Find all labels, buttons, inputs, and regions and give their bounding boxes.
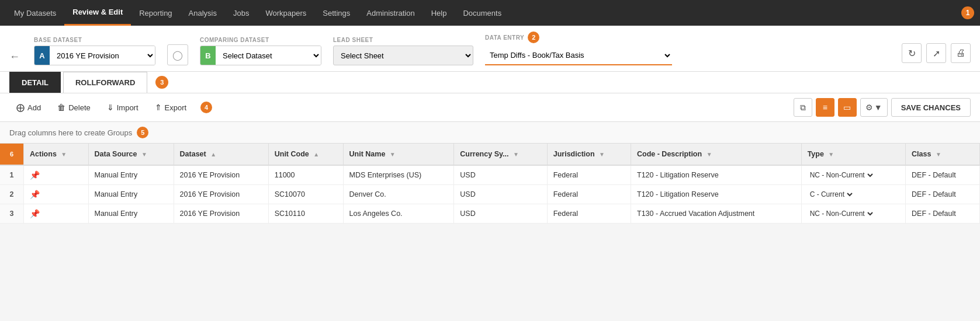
comparing-dataset-select[interactable]: Select Dataset bbox=[216, 46, 321, 65]
cell-class-2: DEF - Default bbox=[906, 185, 980, 204]
type-select-2[interactable]: C - Current bbox=[808, 190, 854, 199]
export-button[interactable]: ⇑ Export bbox=[148, 99, 194, 116]
toolbar-icons: ↻ ➚ 🖨 bbox=[902, 43, 971, 63]
row-number-1: 1 bbox=[0, 165, 24, 185]
data-source-col-arrow: ▼ bbox=[141, 151, 147, 158]
gear-icon: ⚙ bbox=[865, 103, 873, 112]
gear-dropdown-btn[interactable]: ⚙ ▼ bbox=[860, 98, 888, 117]
action-bar-right: ⧉ ≡ ▭ ⚙ ▼ SAVE CHANCES bbox=[794, 98, 971, 117]
refresh-icon-btn[interactable]: ↻ bbox=[902, 43, 922, 63]
clip-icon: 📌 bbox=[30, 190, 40, 199]
type-col-arrow: ▼ bbox=[828, 151, 834, 158]
data-entry-section: DATA ENTRY 2 Temp Diffs - Book/Tax Basis bbox=[485, 32, 672, 65]
action-bar-badge: 4 bbox=[200, 102, 212, 113]
col-header-actions[interactable]: Actions ▼ bbox=[24, 144, 89, 165]
col-header-unit-code[interactable]: Unit Code ▲ bbox=[268, 144, 343, 165]
nav-badge: 1 bbox=[961, 6, 974, 19]
clip-icon: 📌 bbox=[30, 170, 40, 180]
cell-clip-1[interactable]: 📌 bbox=[24, 165, 89, 185]
cell-class-3: DEF - Default bbox=[906, 204, 980, 224]
actions-col-arrow: ▼ bbox=[61, 151, 67, 158]
nav-documents[interactable]: Documents bbox=[455, 0, 510, 26]
cell-unit-name-3: Los Angeles Co. bbox=[343, 204, 454, 224]
col-header-dataset[interactable]: Dataset ▲ bbox=[174, 144, 268, 165]
delete-icon: 🗑 bbox=[57, 103, 65, 112]
cell-code-desc-3: T130 - Accrued Vacation Adjustment bbox=[631, 204, 802, 224]
cell-code-desc-2: T120 - Litigation Reserve bbox=[631, 185, 802, 204]
nav-help[interactable]: Help bbox=[423, 0, 455, 26]
col-header-unit-name[interactable]: Unit Name ▼ bbox=[343, 144, 454, 165]
nav-reporting[interactable]: Reporting bbox=[131, 0, 180, 26]
data-entry-label: DATA ENTRY bbox=[485, 34, 524, 41]
col-header-data-source[interactable]: Data Source ▼ bbox=[88, 144, 174, 165]
dataset-col-arrow: ▲ bbox=[210, 151, 216, 158]
table-row: 2 📌 Manual Entry 2016 YE Provision SC100… bbox=[0, 185, 980, 204]
back-button[interactable]: ← bbox=[9, 51, 20, 63]
print-icon-btn[interactable]: 🖨 bbox=[951, 43, 971, 63]
cell-jurisdiction-2: Federal bbox=[547, 185, 631, 204]
lead-sheet-label: LEAD SHEET bbox=[333, 37, 473, 43]
nav-settings[interactable]: Settings bbox=[314, 0, 358, 26]
data-entry-select[interactable]: Temp Diffs - Book/Tax Basis bbox=[485, 46, 672, 65]
expand-icon-btn[interactable]: ⧉ bbox=[794, 98, 812, 117]
lead-sheet-select[interactable]: Select Sheet bbox=[333, 46, 473, 65]
code-desc-col-arrow: ▼ bbox=[707, 151, 712, 158]
cell-unit-name-2: Denver Co. bbox=[343, 185, 454, 204]
cell-jurisdiction-1: Federal bbox=[547, 165, 631, 185]
data-entry-badge: 2 bbox=[528, 32, 539, 43]
nav-jobs[interactable]: Jobs bbox=[225, 0, 257, 26]
data-table: 6 Actions ▼ Data Source ▼ Dataset ▲ Unit… bbox=[0, 144, 980, 224]
col-header-code-desc[interactable]: Code - Description ▼ bbox=[631, 144, 802, 165]
add-icon: ⨁ bbox=[16, 103, 25, 112]
cell-type-3[interactable]: NC - Non-Current bbox=[801, 204, 905, 224]
cell-currency-3: USD bbox=[454, 204, 547, 224]
base-dataset-section: BASE DATASET A 2016 YE Provision bbox=[34, 37, 155, 65]
cell-clip-3[interactable]: 📌 bbox=[24, 204, 89, 224]
cell-unit-name-1: MDS Enterprises (US) bbox=[343, 165, 454, 185]
unit-code-col-arrow: ▲ bbox=[313, 151, 319, 158]
comparing-dataset-select-wrap: B Select Dataset bbox=[200, 46, 321, 65]
group-drag-bar: Drag columns here to create Groups 5 bbox=[0, 122, 980, 144]
row-number-3: 3 bbox=[0, 204, 24, 224]
cell-jurisdiction-3: Federal bbox=[547, 204, 631, 224]
table-badge: 6 bbox=[6, 148, 18, 160]
group-drag-text: Drag columns here to create Groups bbox=[9, 128, 132, 137]
cell-data-source-3: Manual Entry bbox=[88, 204, 174, 224]
col-header-jurisdiction[interactable]: Jurisdiction ▼ bbox=[547, 144, 631, 165]
export-icon: ⇑ bbox=[155, 103, 162, 112]
tab-detail[interactable]: DETAIL bbox=[9, 72, 61, 93]
nav-review-edit[interactable]: Review & Edit bbox=[64, 0, 131, 26]
gear-chevron-icon: ▼ bbox=[874, 103, 882, 112]
cell-code-desc-1: T120 - Litigation Reserve bbox=[631, 165, 802, 185]
cell-type-1[interactable]: NC - Non-Current bbox=[801, 165, 905, 185]
col-header-class[interactable]: Class ▼ bbox=[906, 144, 980, 165]
tab-rollforward[interactable]: ROLLFORWARD bbox=[63, 72, 147, 93]
nav-workpapers[interactable]: Workpapers bbox=[257, 0, 314, 26]
save-changes-button[interactable]: SAVE CHANCES bbox=[891, 98, 971, 117]
filter-rows-icon-btn[interactable]: ≡ bbox=[816, 98, 834, 117]
table-row: 1 📌 Manual Entry 2016 YE Provision 11000… bbox=[0, 165, 980, 185]
compare-icon[interactable]: ◯ bbox=[167, 44, 188, 65]
export-icon-btn[interactable]: ➚ bbox=[926, 43, 946, 63]
col-header-type[interactable]: Type ▼ bbox=[801, 144, 905, 165]
cell-dataset-2: 2016 YE Provision bbox=[174, 185, 268, 204]
nav-administration[interactable]: Administration bbox=[358, 0, 423, 26]
delete-button[interactable]: 🗑 Delete bbox=[50, 99, 98, 116]
add-button[interactable]: ⨁ Add bbox=[9, 99, 48, 116]
nav-my-datasets[interactable]: My Datasets bbox=[6, 0, 64, 26]
table-wrap: 6 Actions ▼ Data Source ▼ Dataset ▲ Unit… bbox=[0, 144, 980, 224]
class-col-arrow: ▼ bbox=[936, 151, 941, 158]
base-dataset-select[interactable]: 2016 YE Provision bbox=[50, 46, 155, 65]
type-select-1[interactable]: NC - Non-Current bbox=[808, 170, 875, 180]
import-button[interactable]: ⇓ Import bbox=[100, 99, 146, 116]
cell-class-1: DEF - Default bbox=[906, 165, 980, 185]
type-select-3[interactable]: NC - Non-Current bbox=[808, 209, 875, 218]
filter-cols-icon-btn[interactable]: ▭ bbox=[838, 98, 857, 117]
nav-analysis[interactable]: Analysis bbox=[181, 0, 225, 26]
cell-type-2[interactable]: C - Current bbox=[801, 185, 905, 204]
col-header-currency[interactable]: Currency Sy... ▼ bbox=[454, 144, 547, 165]
cell-clip-2[interactable]: 📌 bbox=[24, 185, 89, 204]
cell-currency-1: USD bbox=[454, 165, 547, 185]
row-num-header: 6 bbox=[0, 144, 24, 165]
dataset-bar: ← BASE DATASET A 2016 YE Provision ◯ COM… bbox=[0, 26, 980, 72]
